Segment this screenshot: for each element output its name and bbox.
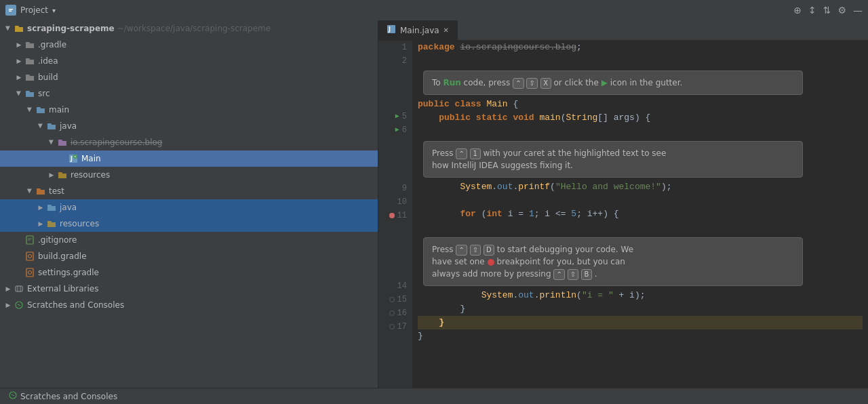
folder-icon-main xyxy=(35,104,46,115)
chevron-java-main: ▶ xyxy=(35,121,46,132)
code-editor: 1 2 ▶ 5 ▶ 6 xyxy=(378,41,868,388)
tree-item-java-main[interactable]: ▶ java xyxy=(0,118,378,134)
project-dropdown-icon[interactable]: ▾ xyxy=(52,7,56,14)
tab-close-button[interactable]: ✕ xyxy=(443,26,449,34)
minimize-icon[interactable]: — xyxy=(853,5,863,16)
chevron-resources-test: ▶ xyxy=(35,218,46,229)
globe-icon[interactable]: ⊕ xyxy=(793,5,802,16)
scratches-bar-item[interactable]: Scratches and Consoles xyxy=(5,390,120,402)
code-line-1: package io.scrapingcourse.blog; xyxy=(418,41,863,54)
line-num-17: 17 xyxy=(384,320,407,334)
folder-icon-resources-main xyxy=(57,169,68,180)
breakpoint-dot-16 xyxy=(389,310,395,316)
tooltip-debug: Press ⌃ ⇧ D to start debugging your code… xyxy=(423,237,803,286)
tree-item-gitignore[interactable]: ▶ .gitignore xyxy=(0,232,378,248)
line-num-5[interactable]: ▶ 5 xyxy=(384,110,407,123)
settings-icon[interactable]: ⚙ xyxy=(837,5,846,16)
tab-bar: J Main.java ✕ xyxy=(378,20,868,41)
scratches-bar-icon xyxy=(8,390,18,402)
tree-label-build: build xyxy=(38,73,58,82)
bottom-bar: Scratches and Consoles xyxy=(0,388,868,404)
folder-icon-java-test xyxy=(46,202,57,213)
folder-icon-test xyxy=(35,186,46,197)
folder-icon-gradle xyxy=(24,39,35,50)
line-num-6[interactable]: ▶ 6 xyxy=(384,123,407,137)
toolbar-icons: ⊕ ↕ ⇅ ⚙ — xyxy=(793,5,863,16)
folder-icon-java-main xyxy=(46,121,57,132)
scratches-bar-label: Scratches and Consoles xyxy=(20,392,117,401)
chevron-root: ▶ xyxy=(3,23,14,34)
tree-item-settings-gradle[interactable]: ▶ settings.gradle xyxy=(0,264,378,281)
folder-icon-resources-test xyxy=(46,218,57,229)
breakpoint-dot-15 xyxy=(389,297,395,302)
tab-label: Main.java xyxy=(400,26,439,35)
breakpoint-icon xyxy=(488,259,494,266)
tree-item-src[interactable]: ▶ src xyxy=(0,85,378,102)
project-selector[interactable]: Project ▾ xyxy=(5,5,56,16)
tree-item-main-java[interactable]: ▶ J Main xyxy=(0,150,378,167)
tree-item-root[interactable]: ▶ scraping-scrapeme ~/workspace/java/scr… xyxy=(0,20,378,37)
chevron-scratches: ▶ xyxy=(3,300,14,310)
code-line-6: public static void main(String[] args) { xyxy=(418,111,863,125)
line-num-14: 14 xyxy=(384,279,407,293)
tree-label-idea: .idea xyxy=(38,56,58,66)
svg-rect-12 xyxy=(26,268,33,277)
line-num-1: 1 xyxy=(384,41,407,54)
tree-item-idea[interactable]: ▶ .idea xyxy=(0,53,378,69)
tree-item-test[interactable]: ▶ test xyxy=(0,183,378,199)
run-gutter-6[interactable]: ▶ xyxy=(395,123,399,137)
key-1: 1 xyxy=(470,148,481,159)
tree-item-main[interactable]: ▶ main xyxy=(0,102,378,118)
project-tree: ▶ scraping-scrapeme ~/workspace/java/scr… xyxy=(0,20,378,388)
folder-icon-external xyxy=(14,283,24,294)
folder-icon-src xyxy=(24,88,35,99)
chevron-gradle: ▶ xyxy=(14,39,24,50)
line-num-11: 11 xyxy=(384,209,407,222)
tree-item-build-gradle[interactable]: ▶ build.gradle xyxy=(0,248,378,264)
tree-item-build[interactable]: ▶ build xyxy=(0,69,378,85)
tab-main-java[interactable]: J Main.java ✕ xyxy=(378,20,458,40)
run-gutter-5[interactable]: ▶ xyxy=(395,110,399,123)
tree-label-pkg: io.scrapingcourse.blog xyxy=(71,138,162,147)
folder-icon-scratches xyxy=(14,300,24,310)
code-line-5: public class Main { xyxy=(418,98,863,111)
code-line-11: for (int i = 1; i <= 5; i++) { xyxy=(418,207,863,221)
key-ctrl: ⌃ xyxy=(513,78,524,89)
line-num-tip1 xyxy=(384,68,407,96)
folder-icon-root xyxy=(14,23,24,34)
svg-rect-2 xyxy=(9,11,12,12)
chevron-external: ▶ xyxy=(3,283,14,294)
tree-item-gradle[interactable]: ▶ .gradle xyxy=(0,37,378,53)
tree-label-resources-main: resources xyxy=(71,170,110,180)
tree-label-build-gradle: build.gradle xyxy=(38,251,87,261)
tree-label-root: scraping-scrapeme xyxy=(27,24,115,33)
chevron-resources-main: ▶ xyxy=(46,169,57,180)
code-line-17: } xyxy=(418,329,863,343)
tree-label-test: test xyxy=(49,186,64,196)
main-layout: ▶ scraping-scrapeme ~/workspace/java/scr… xyxy=(0,20,868,388)
line-num-7 xyxy=(384,137,407,150)
tree-item-resources-test[interactable]: ▶ resources xyxy=(0,216,378,232)
tree-item-java-test[interactable]: ▶ java xyxy=(0,199,378,216)
align-icon[interactable]: ↕ xyxy=(808,5,816,16)
file-icon-main-java: J xyxy=(68,153,79,164)
folder-icon-build xyxy=(24,72,35,83)
tree-path-root: ~/workspace/java/scraping-scrapeme xyxy=(117,24,271,33)
tree-item-resources-main[interactable]: ▶ resources xyxy=(0,167,378,183)
sort-icon[interactable]: ⇅ xyxy=(823,5,831,16)
run-arrow-icon: ▶ xyxy=(601,78,608,87)
tree-item-external[interactable]: ▶ External Libraries xyxy=(0,281,378,297)
tree-label-src: src xyxy=(38,89,50,98)
code-content[interactable]: package io.scrapingcourse.blog; To Run c… xyxy=(412,41,868,388)
tree-item-pkg[interactable]: ▶ io.scrapingcourse.blog xyxy=(0,134,378,150)
tree-label-gitignore: .gitignore xyxy=(38,235,77,245)
chevron-idea: ▶ xyxy=(14,56,24,66)
svg-rect-14 xyxy=(16,286,22,291)
svg-point-11 xyxy=(28,255,32,258)
tree-item-scratches[interactable]: ▶ Scratches and Consoles xyxy=(0,297,378,313)
tree-label-settings-gradle: settings.gradle xyxy=(38,268,99,277)
file-icon-build-gradle xyxy=(24,251,35,262)
tree-label-scratches: Scratches and Consoles xyxy=(27,300,124,310)
svg-point-13 xyxy=(28,271,32,275)
key-ctrl4: ⌃ xyxy=(553,269,564,280)
